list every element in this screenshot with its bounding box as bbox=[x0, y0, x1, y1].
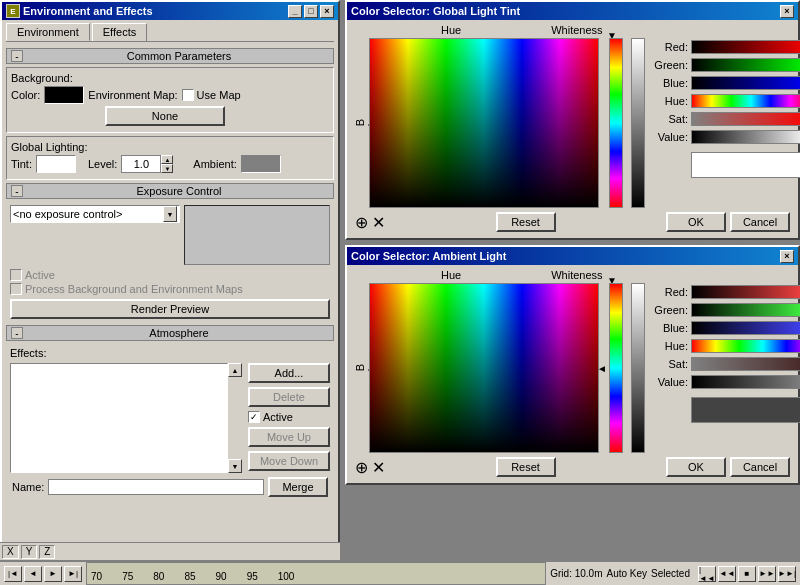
play-btn[interactable]: ► bbox=[44, 566, 62, 582]
common-params-section[interactable]: - Common Parameters bbox=[6, 48, 334, 64]
red-label: Red: bbox=[653, 41, 688, 53]
color-ambient-close-button[interactable]: × bbox=[780, 250, 794, 263]
ambient-ok-btn[interactable]: OK bbox=[666, 457, 726, 477]
start-btn[interactable]: |◄◄ bbox=[698, 566, 716, 582]
use-map-checkbox[interactable] bbox=[182, 89, 194, 101]
level-input[interactable] bbox=[121, 155, 161, 173]
scroll-down-btn[interactable]: ▼ bbox=[228, 459, 242, 473]
delete-effect-btn[interactable]: Delete bbox=[248, 387, 330, 407]
ambient-sat-bar[interactable] bbox=[691, 357, 800, 371]
status-x: X bbox=[2, 545, 19, 559]
prev-frame-btn[interactable]: |◄ bbox=[4, 566, 22, 582]
color-global-close-button[interactable]: × bbox=[780, 5, 794, 18]
process-bg-checkbox-label[interactable]: Process Background and Environment Maps bbox=[10, 283, 330, 295]
background-label: Background: bbox=[11, 72, 329, 84]
color-picker-icon[interactable]: ✕ bbox=[372, 213, 385, 232]
level-up-btn[interactable]: ▲ bbox=[161, 155, 173, 164]
collapse-common-icon[interactable]: - bbox=[11, 50, 23, 62]
blue-bar[interactable] bbox=[691, 76, 800, 90]
ambient-gradient-area[interactable]: ▼ ◄ bbox=[369, 283, 645, 453]
active-checkbox[interactable] bbox=[10, 269, 22, 281]
minimize-button[interactable]: _ bbox=[288, 5, 302, 18]
sat-bar[interactable] bbox=[691, 112, 800, 126]
color-label: Color: bbox=[11, 89, 40, 101]
lighting-row: Tint: Level: ▲ ▼ Ambient: bbox=[11, 155, 329, 173]
name-input[interactable] bbox=[48, 479, 264, 495]
add-effect-btn[interactable]: Add... bbox=[248, 363, 330, 383]
gradient-area[interactable]: ▼ bbox=[369, 38, 645, 208]
ambient-blue-bar[interactable] bbox=[691, 321, 800, 335]
ok-btn[interactable]: OK bbox=[666, 212, 726, 232]
active-effect-check[interactable] bbox=[248, 411, 260, 423]
main-gradient[interactable] bbox=[369, 38, 599, 208]
ambient-hue-strip[interactable] bbox=[609, 283, 623, 453]
color-ambient-titlebar: Color Selector: Ambient Light × bbox=[347, 247, 798, 265]
exposure-dropdown-arrow[interactable]: ▼ bbox=[163, 206, 177, 222]
level-label: Level: bbox=[88, 158, 117, 170]
tab-effects[interactable]: Effects bbox=[92, 23, 147, 41]
next-key-btn[interactable]: ►| bbox=[64, 566, 82, 582]
atmosphere-content: Effects: ▲ ▼ Add... Delete Active bbox=[6, 343, 334, 503]
ambient-green-bar[interactable] bbox=[691, 303, 800, 317]
move-down-btn[interactable]: Move Down bbox=[248, 451, 330, 471]
environment-effects-window: E Environment and Effects _ □ × Environm… bbox=[0, 0, 340, 570]
ambient-eyedropper-icon[interactable]: ⊕ bbox=[355, 458, 368, 477]
hue-strip[interactable] bbox=[609, 38, 623, 208]
eyedropper-icon[interactable]: ⊕ bbox=[355, 213, 368, 232]
active-effect-checkbox[interactable]: Active bbox=[248, 411, 330, 423]
env-titlebar-buttons: _ □ × bbox=[288, 5, 334, 18]
ruler-mark-100: 100 bbox=[278, 571, 295, 582]
tab-environment[interactable]: Environment bbox=[6, 23, 90, 41]
ambient-main-gradient[interactable] bbox=[369, 283, 599, 453]
end-btn[interactable]: ►►| bbox=[778, 566, 796, 582]
red-bar[interactable] bbox=[691, 40, 800, 54]
value-row: Value: ▲ ▼ bbox=[653, 128, 800, 146]
env-map-button[interactable]: None bbox=[105, 106, 225, 126]
ambient-hue-strip-container: ▼ ◄ bbox=[605, 283, 623, 453]
val-bar[interactable] bbox=[691, 130, 800, 144]
ambient-color-picker-icon[interactable]: ✕ bbox=[372, 458, 385, 477]
prev-key-btn[interactable]: ◄ bbox=[24, 566, 42, 582]
scroll-up-btn[interactable]: ▲ bbox=[228, 363, 242, 377]
cancel-btn[interactable]: Cancel bbox=[730, 212, 790, 232]
move-up-btn[interactable]: Move Up bbox=[248, 427, 330, 447]
close-button[interactable]: × bbox=[320, 5, 334, 18]
atmosphere-section[interactable]: - Atmosphere bbox=[6, 325, 334, 341]
ambient-reset-btn[interactable]: Reset bbox=[496, 457, 556, 477]
merge-btn[interactable]: Merge bbox=[268, 477, 328, 497]
whiteness-strip[interactable] bbox=[631, 38, 645, 208]
use-map-checkbox-label[interactable]: Use Map bbox=[182, 89, 241, 101]
color-preview bbox=[691, 152, 800, 178]
reset-btn[interactable]: Reset bbox=[496, 212, 556, 232]
collapse-atmosphere-icon[interactable]: - bbox=[11, 327, 23, 339]
ambient-red-bar[interactable] bbox=[691, 285, 800, 299]
ambient-hue-bar[interactable] bbox=[691, 339, 800, 353]
tint-swatch[interactable] bbox=[36, 155, 76, 173]
level-down-btn[interactable]: ▼ bbox=[161, 164, 173, 173]
collapse-exposure-icon[interactable]: - bbox=[11, 185, 23, 197]
effects-list bbox=[10, 363, 228, 473]
process-bg-checkbox[interactable] bbox=[10, 283, 22, 295]
ambient-swatch[interactable] bbox=[241, 155, 281, 173]
active-checkbox-label[interactable]: Active bbox=[10, 269, 330, 281]
hue-bar[interactable] bbox=[691, 94, 800, 108]
ambient-sat-row: Sat: ▲ ▼ bbox=[653, 355, 800, 373]
ambient-cancel-btn[interactable]: Cancel bbox=[730, 457, 790, 477]
ambient-hue-label2: Hue: bbox=[653, 340, 688, 352]
ambient-val-bar[interactable] bbox=[691, 375, 800, 389]
green-bar[interactable] bbox=[691, 58, 800, 72]
exposure-dropdown[interactable]: <no exposure control> ▼ bbox=[10, 205, 180, 223]
level-spinner[interactable]: ▲ ▼ bbox=[121, 155, 173, 173]
green-row: Green: ▲ ▼ bbox=[653, 56, 800, 74]
stop-btn[interactable]: ■ bbox=[738, 566, 756, 582]
bg-color-swatch[interactable] bbox=[44, 86, 84, 104]
ambient-whiteness-label: Whiteness bbox=[551, 269, 602, 281]
ambient-whiteness-strip[interactable] bbox=[631, 283, 645, 453]
timeline-ruler[interactable]: 70 75 80 85 90 95 100 bbox=[86, 562, 546, 585]
ambient-whiteness-strip-container bbox=[627, 283, 645, 453]
exposure-section[interactable]: - Exposure Control bbox=[6, 183, 334, 199]
prev-btn[interactable]: ◄◄ bbox=[718, 566, 736, 582]
render-preview-btn[interactable]: Render Preview bbox=[10, 299, 330, 319]
next-btn[interactable]: ►► bbox=[758, 566, 776, 582]
maximize-button[interactable]: □ bbox=[304, 5, 318, 18]
